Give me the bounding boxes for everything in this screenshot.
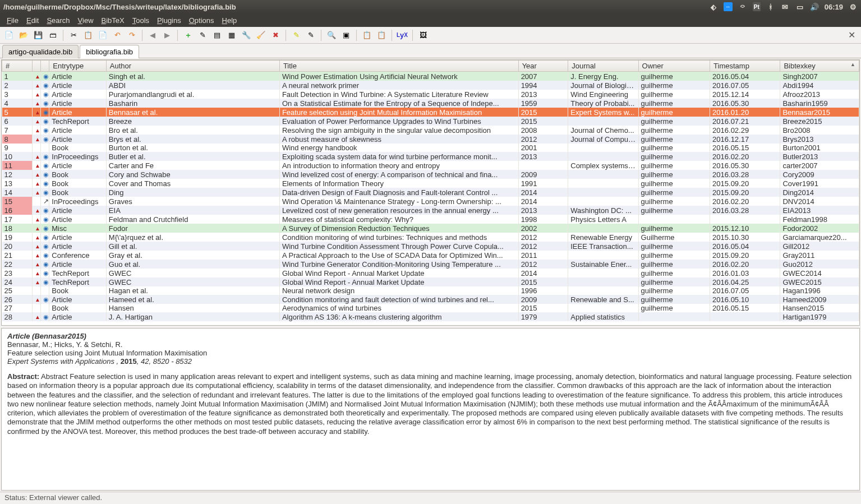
cleanup-button[interactable]: 🧹 (254, 29, 268, 42)
pdf-icon[interactable]: ▲ (35, 117, 41, 125)
menu-options[interactable]: Options (186, 15, 218, 26)
menu-tools[interactable]: Tools (129, 15, 153, 26)
web-icon[interactable]: ◉ (43, 251, 49, 259)
pdf-icon[interactable]: ▲ (35, 215, 41, 223)
key-button[interactable]: 🔧 (240, 29, 253, 42)
col-header-2[interactable] (41, 61, 49, 72)
web-icon[interactable]: ◉ (43, 260, 49, 268)
close-button[interactable]: ✕ (845, 30, 859, 40)
table-row[interactable]: 16▲◉ArticleEIALevelized cost of new gene… (2, 206, 859, 215)
copy-button[interactable]: 📋 (81, 29, 95, 42)
delete-button[interactable]: ✖ (269, 29, 282, 42)
undo-button[interactable]: ↶ (110, 29, 124, 42)
pdf-icon[interactable]: ▲ (35, 170, 41, 178)
keyboard-layout-indicator[interactable]: Pt (753, 2, 761, 11)
pdf-icon[interactable]: ▲ (35, 295, 41, 303)
tab-artigo-qualidade-bib[interactable]: artigo-qualidade.bib (2, 45, 79, 58)
table-row[interactable]: 15↗InProceedingsGravesWind Operation \& … (2, 197, 859, 206)
redo-button[interactable]: ↷ (125, 29, 139, 42)
pdf-icon[interactable]: ▲ (35, 260, 41, 268)
image-button[interactable]: 🖼 (416, 29, 430, 42)
web-icon[interactable]: ◉ (43, 99, 49, 107)
web-icon[interactable]: ◉ (43, 152, 49, 160)
dropbox-icon[interactable]: ⬖ (709, 2, 718, 11)
web-icon[interactable]: ◉ (43, 81, 49, 89)
table-row[interactable]: 17▲◉ArticleFeldman and CrutchfieldMeasur… (2, 215, 859, 224)
pdf-icon[interactable]: ▲ (35, 99, 41, 107)
pdf-icon[interactable]: ▲ (35, 233, 41, 241)
table-row[interactable]: 14▲◉BookDingData-driven Design of Fault … (2, 188, 859, 197)
table-row[interactable]: 3▲◉ArticlePurarjomandlangrudi et al.Faul… (2, 90, 859, 99)
pdf-icon[interactable]: ▲ (35, 251, 41, 259)
search-button[interactable]: 🔍 (325, 29, 338, 42)
add-entry-button[interactable]: ＋ (181, 29, 195, 42)
menu-bibtex[interactable]: BibTeX (98, 15, 128, 26)
web-icon[interactable]: ◉ (43, 179, 49, 187)
col-header-1[interactable] (33, 61, 41, 72)
save-button[interactable]: 💾 (31, 29, 45, 42)
new-db-button[interactable]: 📄 (2, 29, 16, 42)
pdf-icon[interactable]: ▲ (35, 242, 41, 250)
web-icon[interactable]: ◉ (43, 117, 49, 125)
paste-button[interactable]: 📄 (96, 29, 109, 42)
col-header-6[interactable]: Year (518, 61, 568, 72)
table-row[interactable]: 11▲◉ArticleCarter and FeAn introduction … (2, 161, 859, 170)
pdf-icon[interactable]: ▲ (35, 161, 41, 169)
cut-button[interactable]: ✂ (67, 29, 80, 42)
table-row[interactable]: 21▲◉ConferenceGray et al.A Practical App… (2, 251, 859, 260)
menu-view[interactable]: View (75, 15, 97, 26)
col-header-7[interactable]: Journal (568, 61, 638, 72)
web-icon[interactable]: ◉ (43, 72, 49, 80)
pdf-icon[interactable]: ▲ (35, 72, 41, 80)
table-row[interactable]: 23▲◉TechReportGWECGlobal Wind Report - A… (2, 269, 859, 278)
table-row[interactable]: 13▲◉BookCover and ThomasElements of Info… (2, 179, 859, 188)
entries-table-wrap[interactable]: #EntrytypeAuthorTitleYearJournalOwnerTim… (1, 59, 860, 326)
table-row[interactable]: 12▲◉BookCory and SchwabeWind levelized c… (2, 170, 859, 179)
pdf-icon[interactable]: ▲ (35, 135, 41, 143)
preview-toggle-button[interactable]: ▣ (339, 29, 353, 42)
mail-icon[interactable]: ✉ (781, 2, 790, 11)
table-row[interactable]: 8▲◉ArticleBrys et al.A robust measure of… (2, 135, 859, 144)
table-row[interactable]: 2▲◉ArticleABDIA neural network primer199… (2, 81, 859, 90)
pdf-icon[interactable]: ▲ (35, 206, 41, 214)
teamviewer-icon[interactable]: ↔ (724, 2, 733, 11)
table-row[interactable]: 10▲◉InProceedingsButler et al.Exploiting… (2, 152, 859, 161)
gear-icon[interactable]: ⚙ (849, 2, 858, 11)
volume-icon[interactable]: 🔊 (810, 2, 819, 11)
web-icon[interactable]: ◉ (43, 224, 49, 232)
web-icon[interactable]: ◉ (43, 295, 49, 303)
next-button[interactable]: ▶ (160, 29, 174, 42)
external-link-icon[interactable]: ↗ (43, 197, 49, 205)
table-row[interactable]: 19▲◉ArticleM{\'a}rquez et al.Condition m… (2, 233, 859, 242)
preamble-button[interactable]: ▦ (225, 29, 238, 42)
pdf-icon[interactable]: ▲ (35, 312, 41, 321)
table-row[interactable]: 24▲◉TechReportGWECGlobal Wind Report - A… (2, 278, 859, 286)
menu-plugins[interactable]: Plugins (154, 15, 185, 26)
web-icon[interactable]: ◉ (43, 206, 49, 214)
table-row[interactable]: 18▲◉MiscFodorA Survey of Dimension Reduc… (2, 224, 859, 233)
col-header-3[interactable]: Entrytype (49, 61, 107, 72)
table-row[interactable]: 27BookHansenAerodynamics of wind turbine… (2, 304, 859, 312)
mark-button[interactable]: ✎ (289, 29, 303, 42)
unmark-button[interactable]: ✎ (304, 29, 317, 42)
web-icon[interactable]: ◉ (43, 161, 49, 169)
web-icon[interactable]: ◉ (43, 126, 49, 134)
pdf-icon[interactable]: ▲ (35, 224, 41, 232)
table-row[interactable]: 9BookBurton et al.Wind energy handbook20… (2, 144, 859, 152)
web-icon[interactable]: ◉ (43, 108, 49, 116)
menu-help[interactable]: Help (219, 15, 241, 26)
table-row[interactable]: 25BookHagan et al.Neural network design1… (2, 286, 859, 295)
web-icon[interactable]: ◉ (43, 135, 49, 143)
col-header-8[interactable]: Owner (638, 61, 710, 72)
open-button[interactable]: 📂 (17, 29, 30, 42)
prev-button[interactable]: ◀ (146, 29, 159, 42)
battery-icon[interactable]: ▭ (795, 2, 804, 11)
pdf-icon[interactable]: ▲ (35, 179, 41, 187)
web-icon[interactable]: ◉ (43, 233, 49, 241)
save-all-button[interactable]: 🗃 (46, 29, 59, 42)
pdf-icon[interactable]: ▲ (35, 152, 41, 160)
col-header-10[interactable]: Bibtexkey▲ (780, 61, 859, 72)
web-icon[interactable]: ◉ (43, 170, 49, 178)
lyx-button[interactable]: LyX (395, 29, 409, 42)
pdf-icon[interactable]: ▲ (35, 126, 41, 134)
